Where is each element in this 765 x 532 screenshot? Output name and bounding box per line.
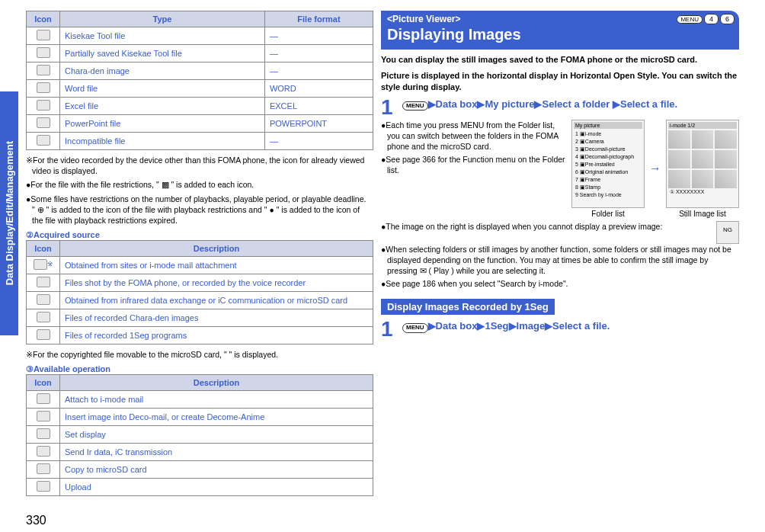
note-video: ※For the video recorded by the device ot… [26,153,373,178]
cell-desc: Obtained from infrared data exchange or … [60,292,373,309]
thumbnail [692,130,714,149]
col-type-header: Type [60,11,265,27]
still-image-caption: Still Image list [666,210,739,218]
file-icon [37,65,50,75]
cell-type: Partially saved Kisekae Tool file [60,45,265,62]
left-column: Icon Type File format Kisekae Tool file—… [0,6,373,499]
bullet: ●See page 366 for the Function menu on t… [387,154,567,175]
list-item: 7 ▣Frame [574,176,642,184]
table-row: Excel fileEXCEL [27,98,373,115]
col-desc-header: Description [60,241,373,257]
cell-fmt: — [264,45,373,62]
page-number: 330 [26,514,46,527]
table-row: Partially saved Kisekae Tool file— [27,45,373,62]
cell-desc: Attach to i-mode mail [60,391,373,409]
cell-desc: Insert image into Deco-mail, or create D… [60,409,373,426]
cell-fmt: — [264,27,373,45]
cell-type: PowerPoint file [60,115,265,133]
col-desc-header: Description [60,375,373,391]
file-icon [37,82,50,93]
op-icon [37,428,50,439]
step-body: MENU▶Data box▶1Seg▶Image▶Select a file. [402,319,739,333]
menu-key-icon: MENU [402,323,428,333]
key-6-icon: 6 [720,14,735,24]
list-item: 4 ▣Decomail-pictograph [574,153,642,161]
ng-preview-icon: NG [716,221,739,244]
source-icon [37,294,50,305]
bullet: ●When selecting folders or still images … [387,244,739,277]
still-image-screen: i-mode 1/2 ① XXXXXXXX [666,120,739,208]
list-item: 3 ▣Decomail-picture [574,146,642,153]
folder-list-caption: Folder list [571,210,645,218]
heading-available-op: ③Available operation [26,364,373,374]
shortcut-keys: MENU 4 6 [677,14,735,24]
screen-title: My picture [574,122,642,129]
feature-banner: MENU 4 6 <Picture Viewer> Displaying Ima… [381,11,739,50]
cell-desc: Set display [60,426,373,444]
table-row: ※Obtained from sites or i-mode mail atta… [27,257,373,274]
bullet: ●The image on the right is displayed whe… [387,221,712,232]
cell-type: Chara-den image [60,62,265,80]
thumbnail [668,130,690,149]
banner-title: Displaying Images [387,26,733,43]
thumbnail [715,150,737,168]
bullet: ●See page 186 when you select "Search by… [387,278,739,289]
list-item: 1 ▣i-mode [574,130,642,138]
still-image-wrap: i-mode 1/2 ① XXXXXXXX Sti [666,120,739,218]
col-format-header: File format [264,11,373,27]
op-icon [37,481,50,492]
menu-key-icon: MENU [402,101,428,111]
heading-acquired-source: ②Acquired source [26,230,373,240]
table-row: Attach to i-mode mail [27,391,373,409]
table-row: Insert image into Deco-mail, or create D… [27,409,373,426]
col-icon-header: Icon [27,11,60,27]
table-row: Incompatible file— [27,133,373,150]
table-row: Chara-den image— [27,62,373,80]
list-item: 8 ▣Stamp [574,184,642,191]
cell-fmt: POWERPOINT [264,115,373,133]
step-2: 1 MENU▶Data box▶1Seg▶Image▶Select a file… [381,319,739,338]
step-number: 1 [381,98,402,117]
key-4-icon: 4 [704,14,719,24]
cell-desc: Copy to microSD card [60,461,373,479]
mark: ※ [47,260,53,268]
section-tab: Data Display/Edit/Management [0,91,18,335]
cell-type: Incompatible file [60,133,265,150]
col-icon-header: Icon [27,241,60,257]
table-row: Obtained from infrared data exchange or … [27,292,373,309]
table-row: Word fileWORD [27,80,373,98]
cell-desc: Files shot by the FOMA phone, or recorde… [60,274,373,292]
cell-fmt: — [264,133,373,150]
table-row: Send Ir data, iC transmission [27,444,373,461]
file-icon [37,100,50,111]
file-icon [37,47,50,58]
available-operation-table: Icon Description Attach to i-mode mail I… [26,374,373,496]
note-movable: ※For the copyrighted file movable to the… [26,348,373,361]
thumbnail [668,170,690,188]
more-bullets: ●When selecting folders or still images … [381,244,739,290]
thumbnail [692,150,714,168]
thumbnail [715,170,737,188]
thumbnail [668,150,690,168]
file-icon [37,117,50,128]
cell-type: Excel file [60,98,265,115]
subheading-1seg: Display Images Recorded by 1Seg [381,299,555,315]
arrow-right-icon: → [649,162,661,175]
step-path: ▶Data box▶My picture▶Select a folder ▶Se… [428,98,678,110]
cell-fmt: WORD [264,80,373,98]
step-number: 1 [381,319,402,338]
table-row: PowerPoint filePOWERPOINT [27,115,373,133]
op-icon [37,393,50,404]
cell-desc: Send Ir data, iC transmission [60,444,373,461]
table-row: Upload [27,479,373,496]
op-icon [37,446,50,457]
acquired-source-table: Icon Description ※Obtained from sites or… [26,240,373,345]
list-item: 6 ▣Original animation [574,168,642,176]
cell-desc: Upload [60,479,373,496]
note-playback: ●Some files have restrictions on the num… [26,192,373,228]
file-icon [37,30,50,40]
note-restriction: ●For the file with the file restrictions… [26,178,373,191]
source-icon [37,277,50,287]
thumbnail [692,170,714,188]
cell-fmt: — [264,62,373,80]
